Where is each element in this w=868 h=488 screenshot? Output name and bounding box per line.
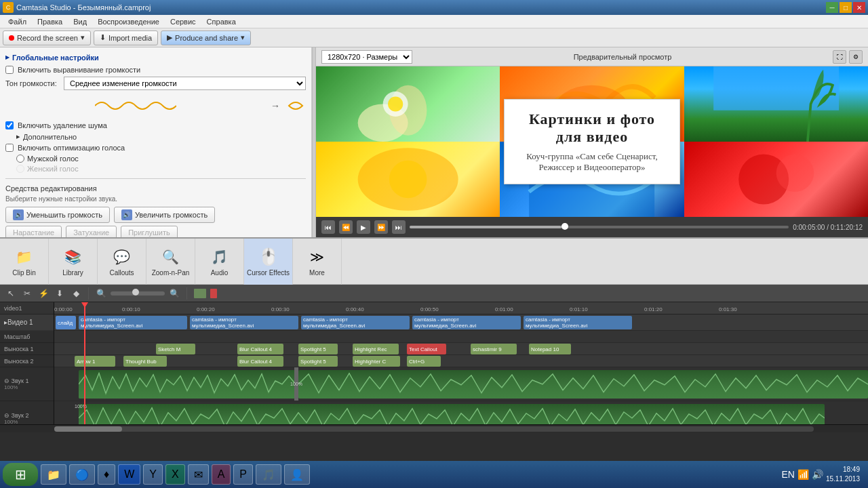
menu-view[interactable]: Вид: [68, 16, 92, 27]
start-button[interactable]: ⊞: [3, 463, 38, 486]
voice-opt-checkbox[interactable]: [5, 144, 14, 152]
tl-import-tool[interactable]: ⬇: [53, 287, 66, 300]
close-button[interactable]: ✕: [853, 2, 865, 13]
tray-volume[interactable]: 🔊: [812, 469, 823, 480]
maximize-button[interactable]: □: [840, 2, 852, 13]
audio-output-icon: [285, 96, 306, 115]
taskbar-acrobat[interactable]: A: [212, 464, 231, 485]
main-toolbar: Record the screen ▾ ⬇ Import media ▶ Pro…: [0, 28, 868, 47]
menu-edit[interactable]: Правка: [32, 16, 68, 27]
clip-video-5[interactable]: camtasia - импорт мультимедиа_Screen.avi: [524, 316, 632, 329]
record-button[interactable]: Record the screen ▾: [3, 30, 91, 45]
callout-sketch[interactable]: Sketch M: [156, 344, 195, 354]
scroll-thumb[interactable]: [54, 426, 122, 432]
clip-video-4[interactable]: camtasia - импорт мультимедиа_Screen.avi: [412, 316, 521, 329]
callout2-thought[interactable]: Thought Bub: [123, 356, 167, 367]
silence-button[interactable]: Приглушить: [121, 226, 178, 237]
taskbar-ppt[interactable]: P: [233, 464, 253, 485]
minimize-button[interactable]: ─: [826, 2, 838, 13]
clip-bin-icon: 📁: [14, 246, 35, 268]
menu-service[interactable]: Сервис: [165, 16, 201, 27]
callout-spotlight[interactable]: Spotlight 5: [298, 344, 338, 354]
preview-canvas: Картинки и фотодля видео Коуч-группа «Са…: [316, 66, 868, 217]
tl-zoom-out[interactable]: 🔍: [94, 287, 108, 300]
preview-settings-icon[interactable]: ⚙: [849, 50, 863, 64]
menu-file[interactable]: Файл: [3, 16, 32, 27]
taskbar-word[interactable]: W: [118, 464, 140, 485]
female-voice-radio[interactable]: [16, 165, 24, 173]
callout2-spotlight[interactable]: Spotlight 5: [298, 356, 338, 367]
timeline-scrollbar[interactable]: [0, 424, 868, 432]
tool-callouts[interactable]: 💬 Callouts: [98, 239, 146, 285]
taskbar-skype[interactable]: 🔵: [69, 464, 95, 485]
timeline-section: ↖ ✂ ⚡ ⬇ ◆ 🔍 🔍 video1 ▸ Видео 1 Масштаб: [0, 285, 868, 432]
taskbar-user[interactable]: 👤: [284, 464, 310, 485]
taskbar-winamp[interactable]: ♦: [98, 464, 115, 485]
tl-zoom-in[interactable]: 🔍: [167, 287, 181, 300]
additional-row[interactable]: ▸ Дополнительно: [16, 132, 306, 141]
taskbar-mail[interactable]: ✉: [188, 464, 209, 485]
clip-video-2[interactable]: camtasia - импорт мультимедиа_Screen.avi: [190, 316, 298, 329]
tl-trim-tool[interactable]: ✂: [20, 287, 34, 300]
clip-slide[interactable]: слайд: [56, 316, 76, 329]
noise-checkbox[interactable]: [5, 121, 14, 129]
tl-split-tool[interactable]: ⚡: [37, 287, 50, 300]
clip-video-1[interactable]: camtasia - импорт мультимедиа_Screen.avi: [79, 316, 187, 329]
volume-type-select[interactable]: Среднее изменение громкости: [64, 77, 306, 90]
preview-size-dropdown[interactable]: 868x488 · Размеры: [321, 50, 412, 64]
playback-play[interactable]: ▶: [357, 220, 370, 234]
tool-library[interactable]: 📚 Library: [49, 239, 98, 285]
tray-lang[interactable]: EN: [781, 469, 794, 480]
callout-notepad[interactable]: Notepad 10: [529, 344, 571, 354]
tl-marker-tool[interactable]: ◆: [69, 287, 83, 300]
playback-skip-start[interactable]: ⏮: [321, 220, 335, 234]
overlay-subtitle: Коуч-группа «Сам себе Сценарист,Режиссер…: [518, 151, 666, 173]
tool-zoom[interactable]: 🔍 Zoom-n-Pan: [146, 239, 195, 285]
import-button[interactable]: ⬇ Import media: [94, 30, 158, 45]
tool-more[interactable]: ≫ More: [293, 239, 342, 285]
playback-fill: [410, 226, 561, 228]
menu-playback[interactable]: Воспроизведение: [92, 16, 165, 27]
preview-fullscreen-icon[interactable]: ⛶: [833, 50, 846, 64]
callout-schastimir[interactable]: schastimir 9: [471, 344, 517, 354]
female-voice-row: Женский голос: [16, 165, 306, 173]
callout2-track: Arrow 1 Thought Bub Blur Callout 4 Spotl…: [54, 355, 868, 367]
callout2-highlighter[interactable]: Highlighter C: [353, 356, 400, 367]
decrease-volume-button[interactable]: 🔉 Уменьшить громкость: [5, 207, 110, 223]
tl-select-tool[interactable]: ↖: [4, 287, 18, 300]
tools-row: 📁 Clip Bin 📚 Library 💬 Callouts 🔍 Zoom-n…: [0, 237, 868, 285]
fadein-button[interactable]: Нарастание: [5, 226, 62, 237]
playback-progress-bar[interactable]: [410, 226, 789, 228]
callout-text[interactable]: Text Callout: [407, 344, 446, 354]
tool-clip-bin[interactable]: 📁 Clip Bin: [0, 239, 49, 285]
playback-step-back[interactable]: ⏪: [339, 220, 353, 234]
playback-step-forward[interactable]: ⏩: [374, 220, 388, 234]
callout-highlight[interactable]: Highlight Rec: [353, 344, 399, 354]
tray-network[interactable]: 📶: [797, 469, 809, 480]
taskbar-yandex[interactable]: Y: [143, 464, 163, 485]
audio2-track: 100%: [54, 401, 868, 424]
taskbar-excel[interactable]: X: [165, 464, 185, 485]
menu-help[interactable]: Справка: [201, 16, 241, 27]
tl-zoom-slider[interactable]: [111, 291, 165, 296]
preview-icons: ⛶ ⚙: [833, 50, 863, 64]
tool-audio[interactable]: 🎵 Audio: [195, 239, 244, 285]
callout-blur[interactable]: Blur Callout 4: [237, 344, 283, 354]
male-voice-radio[interactable]: [16, 155, 24, 163]
produce-button[interactable]: ▶ Produce and share ▾: [161, 30, 251, 45]
volume-eq-checkbox[interactable]: [5, 66, 14, 74]
callout2-blur[interactable]: Blur Callout 4: [237, 356, 283, 367]
taskbar-explorer[interactable]: 📁: [41, 464, 66, 485]
scroll-track[interactable]: [54, 426, 814, 432]
fadeout-button[interactable]: Затухание: [66, 226, 117, 237]
toolbar-divider-2: [186, 287, 187, 300]
taskbar-audio-editor[interactable]: 🎵: [256, 464, 281, 485]
callout2-ctrlg[interactable]: Ctrl+G: [407, 356, 441, 367]
playback-skip-end[interactable]: ⏭: [392, 220, 406, 234]
clip-video-3[interactable]: camtasia - импорт мультимедиа_Screen.avi: [301, 316, 410, 329]
collage-cell-6: [684, 142, 868, 217]
tool-cursor-effects[interactable]: 🖱️ Cursor Effects: [244, 239, 293, 285]
increase-volume-button[interactable]: 🔊 Увеличить громкость: [114, 207, 215, 223]
ruler-130: 0:01:30: [719, 306, 737, 312]
callout2-arrow[interactable]: Arrow 1: [75, 356, 115, 367]
